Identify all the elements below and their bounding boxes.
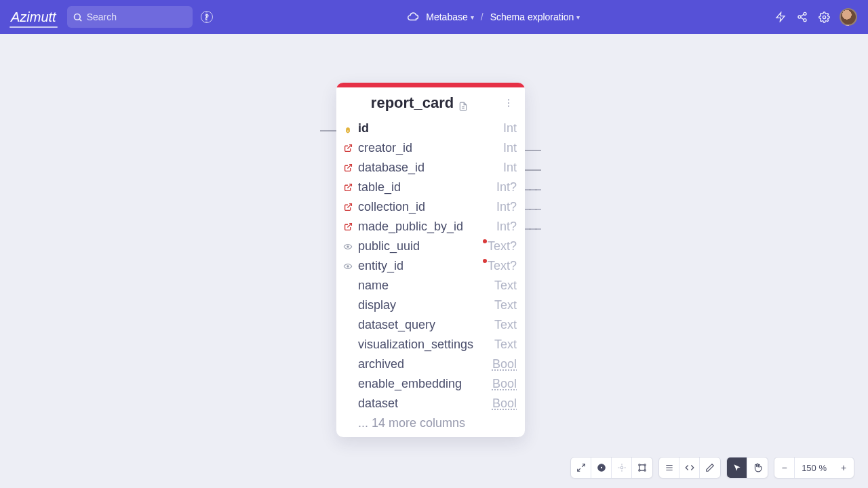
svg-point-21 xyxy=(347,245,349,247)
blank-icon xyxy=(342,339,354,351)
column-row[interactable]: archivedBool xyxy=(336,354,525,374)
column-row[interactable]: visualization_settingsText xyxy=(336,335,525,354)
hand-button[interactable] xyxy=(747,458,768,478)
search-icon xyxy=(73,11,83,23)
column-type: Text xyxy=(494,298,517,312)
gear-icon[interactable] xyxy=(818,11,830,23)
fk-icon xyxy=(342,162,354,174)
svg-line-24 xyxy=(577,468,580,471)
blank-icon xyxy=(342,319,354,331)
column-name: dataset_query xyxy=(358,318,489,332)
relation-line xyxy=(525,169,541,171)
column-row[interactable]: database_idInt xyxy=(336,158,525,178)
blank-icon xyxy=(342,300,354,312)
list-button[interactable] xyxy=(659,458,679,478)
svg-point-13 xyxy=(508,106,509,107)
column-type: Text xyxy=(494,279,517,293)
idx-icon xyxy=(342,260,354,272)
column-row[interactable]: made_public_by_idInt? xyxy=(336,217,525,237)
help-icon[interactable]: ? xyxy=(201,11,213,23)
column-row[interactable]: displayText xyxy=(336,296,525,315)
column-row[interactable]: dataset_queryText xyxy=(336,315,525,335)
column-name: database_id xyxy=(358,161,498,175)
layout-button[interactable] xyxy=(632,458,652,478)
column-type: Text? xyxy=(488,239,517,253)
center-button[interactable] xyxy=(612,458,632,478)
chevron-down-icon: ▾ xyxy=(471,14,474,21)
column-name: id xyxy=(358,121,498,136)
idx-icon xyxy=(342,241,354,253)
fullscreen-button[interactable] xyxy=(571,458,591,478)
column-row[interactable]: public_uuidText? xyxy=(336,237,525,256)
column-row[interactable]: creator_idInt xyxy=(336,138,525,158)
cloud-icon xyxy=(407,11,419,23)
share-icon[interactable] xyxy=(796,11,808,23)
svg-line-23 xyxy=(582,464,585,467)
edit-button[interactable] xyxy=(700,458,720,478)
column-type: Bool xyxy=(492,357,517,371)
more-columns[interactable]: ... 14 more columns xyxy=(336,413,525,437)
column-row[interactable]: idInt xyxy=(336,119,525,138)
column-row[interactable]: datasetBool xyxy=(336,394,525,413)
column-name: display xyxy=(358,298,489,312)
relation-line xyxy=(525,150,541,151)
column-row[interactable]: entity_idText? xyxy=(336,256,525,276)
blank-icon xyxy=(342,398,354,410)
column-name: name xyxy=(358,279,489,293)
svg-line-7 xyxy=(801,18,804,20)
zoom-out-button[interactable]: − xyxy=(774,458,795,478)
svg-point-4 xyxy=(798,16,801,18)
app-header: Azimutt / ? Metabase▾ / Schema explorati… xyxy=(0,0,868,34)
header-actions xyxy=(774,8,857,26)
column-name: public_uuid xyxy=(358,239,482,253)
relation-line xyxy=(525,189,541,190)
fk-icon xyxy=(342,182,354,194)
chevron-down-icon: ▾ xyxy=(576,14,580,21)
column-type: Int xyxy=(503,141,517,155)
svg-point-0 xyxy=(74,14,80,20)
breadcrumb-view[interactable]: Schema exploration▾ xyxy=(490,12,580,22)
bolt-icon[interactable] xyxy=(774,11,787,23)
table-menu-button[interactable] xyxy=(500,95,517,111)
svg-line-19 xyxy=(347,204,351,208)
doc-icon xyxy=(458,98,469,108)
column-row[interactable]: collection_idInt? xyxy=(336,197,525,217)
change-dot xyxy=(483,239,487,243)
column-name: table_id xyxy=(358,180,491,195)
column-name: creator_id xyxy=(358,141,498,155)
canvas[interactable]: report_card idIntcreator_idIntdatabase_i… xyxy=(0,34,868,488)
zoom-level[interactable]: 150 % xyxy=(795,458,833,478)
column-name: made_public_by_id xyxy=(358,220,491,234)
table-card[interactable]: report_card idIntcreator_idIntdatabase_i… xyxy=(336,83,525,437)
avatar[interactable] xyxy=(840,8,857,26)
column-name: entity_id xyxy=(358,259,482,273)
svg-line-1 xyxy=(79,19,81,21)
column-type: Int xyxy=(503,121,517,136)
pointer-button[interactable] xyxy=(727,458,747,478)
breadcrumb: Metabase▾ / Schema exploration▾ xyxy=(213,11,774,23)
column-name: dataset xyxy=(358,396,487,411)
breadcrumb-project[interactable]: Metabase▾ xyxy=(426,12,473,22)
fit-button[interactable] xyxy=(591,458,612,478)
svg-point-5 xyxy=(804,19,806,22)
search-box[interactable]: / xyxy=(67,6,193,28)
column-name: collection_id xyxy=(358,200,491,214)
column-type: Bool xyxy=(492,396,517,411)
breadcrumb-separator: / xyxy=(481,12,484,22)
table-title[interactable]: report_card xyxy=(344,94,495,112)
logo[interactable]: Azimutt xyxy=(11,9,56,25)
code-button[interactable] xyxy=(679,458,700,478)
zoom-in-button[interactable]: + xyxy=(833,458,854,478)
svg-point-35 xyxy=(644,470,646,471)
column-row[interactable]: table_idInt? xyxy=(336,178,525,197)
search-input[interactable] xyxy=(87,12,205,22)
blank-icon xyxy=(342,359,354,371)
column-type: Int? xyxy=(496,200,517,214)
column-name: visualization_settings xyxy=(358,338,489,352)
column-type: Int? xyxy=(496,220,517,234)
column-row[interactable]: nameText xyxy=(336,276,525,296)
svg-line-20 xyxy=(347,224,351,228)
key-icon xyxy=(342,123,354,135)
column-row[interactable]: enable_embeddingBool xyxy=(336,374,525,394)
column-type: Text xyxy=(494,318,517,332)
